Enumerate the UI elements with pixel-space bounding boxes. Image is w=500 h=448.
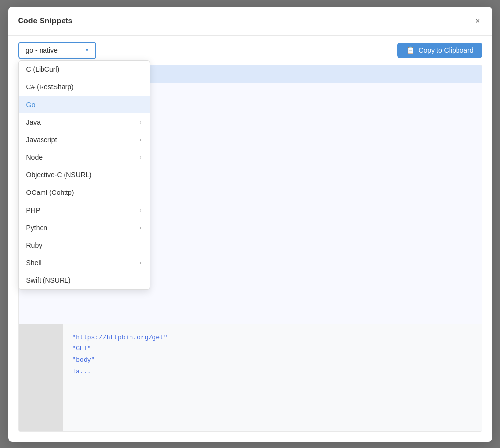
dropdown-item-ruby[interactable]: Ruby — [19, 236, 150, 254]
dropdown-item-go[interactable]: Go — [19, 96, 150, 113]
bottom-code-area: "https://httpbin.org/get" "GET" "body" l… — [19, 324, 482, 431]
line-number-sidebar — [19, 324, 63, 431]
dropdown-item-ocaml[interactable]: OCaml (Cohttp) — [19, 184, 150, 201]
dropdown-item-csharp[interactable]: C# (RestSharp) — [19, 78, 150, 96]
language-dropdown-container: go - native ▾ C (LibCurl) C# (RestSharp)… — [18, 42, 96, 59]
dropdown-item-label: Shell — [26, 259, 42, 267]
dropdown-item-label: Python — [26, 224, 48, 232]
copy-button-label: Copy to Clipboard — [418, 46, 473, 54]
dropdown-item-shell[interactable]: Shell › — [19, 254, 150, 272]
dropdown-item-label: Ruby — [26, 241, 43, 249]
chevron-down-icon: ▾ — [86, 47, 88, 54]
submenu-arrow-icon: › — [140, 154, 142, 161]
code-snippets-modal: Code Snippets × go - native ▾ C (LibCurl… — [8, 7, 492, 442]
dropdown-item-python[interactable]: Python › — [19, 219, 150, 236]
bottom-code-line-2: "GET" — [72, 343, 472, 354]
dropdown-item-php[interactable]: PHP › — [19, 201, 150, 219]
submenu-arrow-icon: › — [140, 119, 142, 126]
submenu-arrow-icon: › — [140, 259, 142, 266]
submenu-arrow-icon: › — [140, 207, 142, 213]
bottom-code-line-4: la... — [72, 366, 472, 377]
dropdown-item-label: Go — [26, 101, 36, 108]
dropdown-item-label: PHP — [26, 206, 41, 214]
dropdown-item-label: C# (RestSharp) — [26, 83, 74, 91]
dropdown-item-label: Swift (NSURL) — [26, 277, 71, 284]
bottom-code-line-1: "https://httpbin.org/get" — [72, 332, 472, 343]
dropdown-item-label: OCaml (Cohttp) — [26, 189, 74, 196]
dropdown-item-label: Java — [26, 118, 41, 126]
modal-toolbar: go - native ▾ C (LibCurl) C# (RestSharp)… — [8, 36, 492, 65]
bottom-code-block: "https://httpbin.org/get" "GET" "body" l… — [63, 324, 482, 431]
copy-to-clipboard-button[interactable]: 📋 Copy to Clipboard — [397, 43, 482, 58]
bottom-code-line-3: "body" — [72, 354, 472, 365]
modal-title: Code Snippets — [18, 17, 73, 25]
dropdown-item-objc[interactable]: Objective-C (NSURL) — [19, 166, 150, 184]
dropdown-item-label: C (LibCurl) — [26, 65, 60, 73]
clipboard-icon: 📋 — [406, 46, 414, 54]
submenu-arrow-icon: › — [140, 136, 142, 143]
dropdown-item-swift[interactable]: Swift (NSURL) — [19, 272, 150, 289]
dropdown-item-label: Objective-C (NSURL) — [26, 171, 92, 179]
close-button[interactable]: × — [473, 15, 482, 27]
submenu-arrow-icon: › — [140, 224, 142, 231]
dropdown-value: go - native — [26, 46, 58, 54]
dropdown-item-java[interactable]: Java › — [19, 113, 150, 131]
dropdown-item-javascript[interactable]: Javascript › — [19, 131, 150, 149]
dropdown-item-label: Node — [26, 153, 43, 161]
modal-header: Code Snippets × — [8, 7, 492, 36]
modal-overlay: Code Snippets × go - native ▾ C (LibCurl… — [0, 0, 500, 448]
language-dropdown-menu: C (LibCurl) C# (RestSharp) Go Java › Jav… — [18, 60, 150, 290]
dropdown-item-c-libcurl[interactable]: C (LibCurl) — [19, 61, 150, 78]
dropdown-item-node[interactable]: Node › — [19, 149, 150, 166]
dropdown-item-label: Javascript — [26, 136, 57, 144]
language-dropdown[interactable]: go - native ▾ — [18, 42, 96, 59]
